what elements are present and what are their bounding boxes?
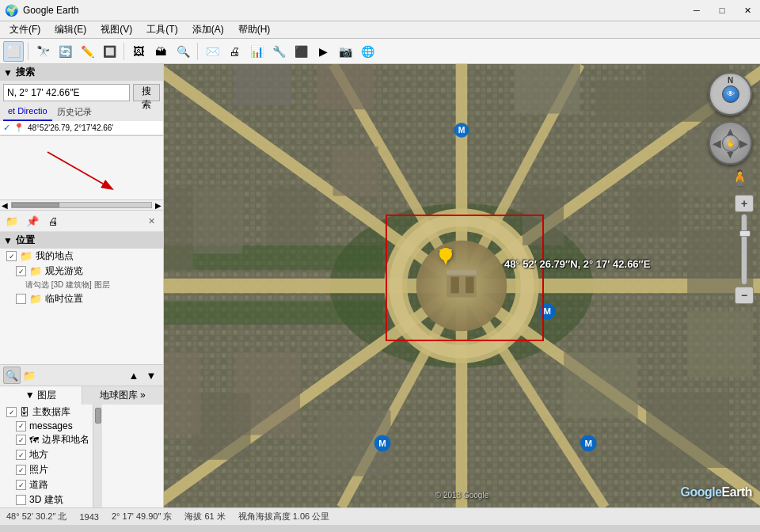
- nav-search-btn[interactable]: 🔍: [3, 367, 21, 384]
- main-db-check[interactable]: [6, 407, 17, 417]
- toolbar-btn-email[interactable]: ✉️: [202, 41, 222, 62]
- scroll-left-btn[interactable]: ◀: [2, 201, 8, 210]
- zoom-track[interactable]: [741, 214, 747, 285]
- position-header[interactable]: ▼ 位置: [0, 232, 163, 249]
- svg-point-26: [416, 241, 507, 331]
- tab-history[interactable]: 历史记录: [52, 104, 97, 121]
- my-places-check[interactable]: [6, 251, 17, 261]
- layer-messages[interactable]: messages: [0, 420, 93, 432]
- toolbar-btn-5[interactable]: 📊: [246, 41, 267, 62]
- pan-up-btn[interactable]: ▲: [725, 125, 736, 138]
- toolbar-btn-4[interactable]: 🔲: [99, 41, 120, 62]
- toolbar-btn-9[interactable]: 📷: [335, 41, 355, 62]
- photos-check[interactable]: [16, 465, 26, 475]
- map-svg: M M M M: [164, 64, 760, 507]
- layer-main-db[interactable]: 🗄 主数据库: [0, 405, 93, 420]
- zoom-out-btn[interactable]: −: [735, 287, 754, 304]
- svg-rect-42: [234, 352, 300, 435]
- menu-file[interactable]: 文件(F): [3, 21, 47, 38]
- map-copyright: © 2018 Google: [435, 491, 488, 500]
- selection-box: [386, 215, 544, 341]
- toolbar-btn-terrain[interactable]: 🏔: [150, 41, 171, 62]
- svg-text:M: M: [543, 306, 551, 316]
- close-button[interactable]: ✕: [735, 0, 760, 21]
- tab-globe[interactable]: 地球图库 »: [82, 386, 164, 405]
- temp-check[interactable]: [16, 294, 26, 304]
- search-input-row: N, 2° 17' 42.66″E 搜索: [0, 81, 163, 104]
- messages-check[interactable]: [16, 421, 26, 431]
- menu-tools[interactable]: 工具(T): [140, 21, 184, 38]
- svg-rect-10: [164, 64, 760, 507]
- search-input[interactable]: N, 2° 17' 42.66″E: [3, 84, 130, 101]
- svg-point-59: [454, 123, 469, 138]
- scroll-right-btn[interactable]: ▶: [155, 201, 162, 210]
- toolbar-btn-10[interactable]: 🌐: [357, 41, 378, 62]
- layer-scrollbar[interactable]: [93, 405, 102, 507]
- toolbar-btn-8[interactable]: ▶: [313, 41, 333, 62]
- sidebar-pin-btn[interactable]: 📌: [24, 212, 41, 230]
- layer-roads[interactable]: 道路: [0, 477, 93, 492]
- search-button[interactable]: 搜索: [133, 84, 160, 101]
- menu-add[interactable]: 添加(A): [186, 21, 230, 38]
- pan-down-btn[interactable]: ▼: [725, 148, 736, 161]
- tab-layer[interactable]: ▼ 图层: [0, 386, 82, 405]
- minimize-button[interactable]: ─: [684, 0, 709, 21]
- layer-places[interactable]: 地方: [0, 447, 93, 462]
- 3d-check[interactable]: [16, 495, 26, 505]
- nav-places-btn[interactable]: 📁: [21, 367, 38, 384]
- status-coord2-val: 2° 17' 49.90″: [112, 511, 161, 521]
- svg-point-57: [580, 435, 597, 451]
- watermark-earth: Earth: [722, 485, 752, 499]
- horizontal-scrollbar[interactable]: ◀ ▶: [0, 200, 163, 211]
- roads-label: 道路: [29, 478, 48, 492]
- tree-tourism[interactable]: 📁 观光游览: [0, 264, 163, 279]
- map-area[interactable]: M M M M 48° 52′ 26.79″N, 2° 17′ 42.66″E …: [164, 64, 760, 507]
- zoom-in-btn[interactable]: +: [735, 195, 754, 212]
- sidebar-close-btn[interactable]: ✕: [142, 212, 160, 230]
- toolbar-btn-3[interactable]: ✏️: [77, 41, 97, 62]
- compass-ring[interactable]: N 👁: [709, 72, 752, 116]
- maximize-button[interactable]: □: [709, 0, 735, 21]
- roads-check[interactable]: [16, 480, 26, 490]
- search-result[interactable]: ✓ 📍 48°52'26.79, 2°17'42.66': [0, 121, 163, 135]
- pan-left-btn[interactable]: ◀: [712, 137, 721, 150]
- toolbar-btn-map[interactable]: ⬜: [3, 41, 24, 62]
- borders-icon: 🗺: [29, 435, 39, 446]
- nav-down-btn[interactable]: ▼: [142, 367, 160, 384]
- streetview-person[interactable]: 🧍: [730, 169, 749, 188]
- toolbar-btn-7[interactable]: ⬛: [291, 41, 311, 62]
- places-check[interactable]: [16, 450, 26, 460]
- toolbar-btn-print[interactable]: 🖨: [224, 41, 245, 62]
- sidebar-folder-btn[interactable]: 📁: [3, 212, 21, 230]
- layer-borders[interactable]: 🗺 边界和地名: [0, 432, 93, 447]
- annotation-area: [0, 136, 163, 200]
- toolbar-btn-6[interactable]: 🔧: [268, 41, 289, 62]
- toolbar-btn-fly[interactable]: 🔭: [32, 41, 53, 62]
- compass-eye[interactable]: 👁: [722, 86, 739, 103]
- menu-edit[interactable]: 编辑(E): [48, 21, 93, 38]
- 3d-label: 3D 建筑: [29, 493, 63, 507]
- nav-up-btn[interactable]: ▲: [125, 367, 142, 384]
- toolbar-btn-image[interactable]: 🖼: [128, 41, 149, 62]
- pan-right-btn[interactable]: ▶: [739, 137, 748, 150]
- menu-help[interactable]: 帮助(H): [232, 21, 277, 38]
- search-header[interactable]: ▼ 搜索: [0, 64, 163, 81]
- svg-rect-40: [564, 352, 638, 418]
- nav-pan-buttons: ▲ ▼ ◀ ▶ ✋: [709, 121, 752, 165]
- tourism-check[interactable]: [16, 266, 26, 276]
- layer-tabs: ▼ 图层 地球图库 »: [0, 386, 163, 405]
- layer-3d[interactable]: 3D 建筑: [0, 492, 93, 507]
- zoom-thumb[interactable]: [739, 230, 750, 237]
- tree-my-places[interactable]: 📁 我的地点: [0, 249, 163, 264]
- toolbar-sep-2: [124, 43, 124, 60]
- sidebar-print-btn[interactable]: 🖨: [44, 212, 62, 230]
- tree-temp[interactable]: 📁 临时位置: [0, 291, 163, 306]
- layer-photos[interactable]: 照片: [0, 462, 93, 477]
- layer-scroll[interactable]: 🗄 主数据库 messages 🗺 边界和地名 地方: [0, 405, 93, 507]
- tab-search[interactable]: et Directio: [3, 104, 52, 121]
- menu-view[interactable]: 视图(V): [94, 21, 139, 38]
- toolbar-btn-2[interactable]: 🔄: [55, 41, 75, 62]
- toolbar-btn-search2[interactable]: 🔍: [173, 41, 193, 62]
- borders-check[interactable]: [16, 435, 26, 445]
- svg-line-21: [341, 286, 462, 507]
